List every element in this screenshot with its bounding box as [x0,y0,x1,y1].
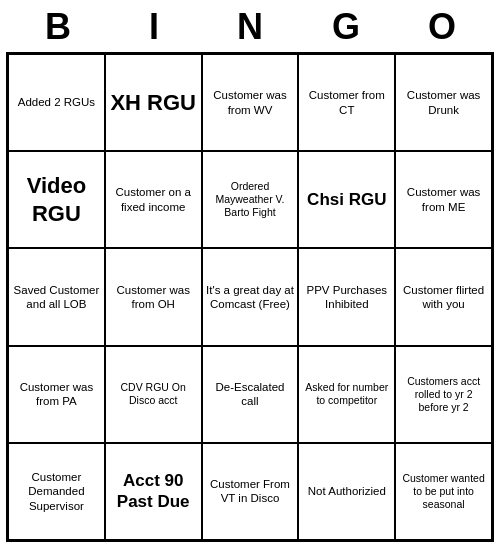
bingo-cell: Ordered Mayweather V. Barto Fight [202,151,299,248]
bingo-cell: Customer was from WV [202,54,299,151]
bingo-cell: PPV Purchases Inhibited [298,248,395,345]
letter-n: N [206,6,294,48]
bingo-cell: De-Escalated call [202,346,299,443]
bingo-cell: It's a great day at Comcast (Free) [202,248,299,345]
bingo-cell: Added 2 RGUs [8,54,105,151]
bingo-cell: Customers acct rolled to yr 2 before yr … [395,346,492,443]
letter-g: G [302,6,390,48]
bingo-cell: Customer wanted to be put into seasonal [395,443,492,540]
letter-o: O [398,6,486,48]
bingo-cell: Customer was Drunk [395,54,492,151]
bingo-title: B I N G O [10,0,490,52]
bingo-cell: Customer was from ME [395,151,492,248]
bingo-cell: Video RGU [8,151,105,248]
bingo-cell: Acct 90 Past Due [105,443,202,540]
bingo-cell: Not Authorizied [298,443,395,540]
bingo-grid: Added 2 RGUsXH RGUCustomer was from WVCu… [6,52,494,542]
bingo-cell: Customer on a fixed income [105,151,202,248]
bingo-cell: CDV RGU On Disco acct [105,346,202,443]
bingo-cell: Saved Customer and all LOB [8,248,105,345]
bingo-cell: Customer was from OH [105,248,202,345]
letter-b: B [14,6,102,48]
bingo-cell: Customer Demanded Supervisor [8,443,105,540]
bingo-cell: Customer was from PA [8,346,105,443]
bingo-cell: XH RGU [105,54,202,151]
bingo-cell: Asked for number to competitor [298,346,395,443]
bingo-cell: Customer From VT in Disco [202,443,299,540]
letter-i: I [110,6,198,48]
bingo-cell: Customer flirted with you [395,248,492,345]
bingo-cell: Customer from CT [298,54,395,151]
bingo-cell: Chsi RGU [298,151,395,248]
